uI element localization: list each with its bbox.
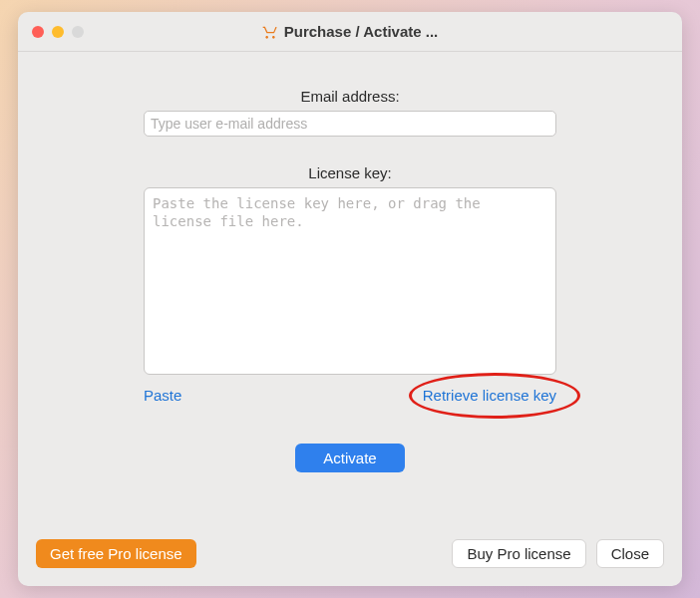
activate-wrap: Activate: [295, 444, 404, 472]
paste-link[interactable]: Paste: [144, 387, 181, 404]
content-area: Email address: License key: Paste Retrie…: [18, 52, 682, 525]
traffic-lights: [32, 26, 84, 38]
window-maximize-button: [72, 26, 84, 38]
activate-button[interactable]: Activate: [295, 444, 404, 472]
footer: Get free Pro license Buy Pro license Clo…: [18, 525, 682, 586]
buy-pro-button[interactable]: Buy Pro license: [452, 539, 585, 568]
license-label: License key:: [308, 164, 391, 181]
email-label: Email address:: [300, 88, 399, 105]
license-key-textarea[interactable]: [144, 187, 556, 375]
shopping-cart-icon: [262, 24, 278, 40]
retrieve-license-link[interactable]: Retrieve license key: [423, 387, 556, 404]
window-close-button[interactable]: [32, 26, 44, 38]
email-input[interactable]: [144, 111, 556, 137]
license-links-row: Paste Retrieve license key: [144, 387, 556, 404]
activation-window: Purchase / Activate ... Email address: L…: [18, 12, 682, 586]
close-button[interactable]: Close: [596, 539, 664, 568]
window-minimize-button[interactable]: [52, 26, 64, 38]
retrieve-wrap: Retrieve license key: [423, 387, 556, 404]
titlebar: Purchase / Activate ...: [18, 12, 682, 52]
window-title-wrap: Purchase / Activate ...: [262, 23, 439, 40]
window-title: Purchase / Activate ...: [284, 23, 439, 40]
get-free-pro-button[interactable]: Get free Pro license: [36, 539, 196, 568]
